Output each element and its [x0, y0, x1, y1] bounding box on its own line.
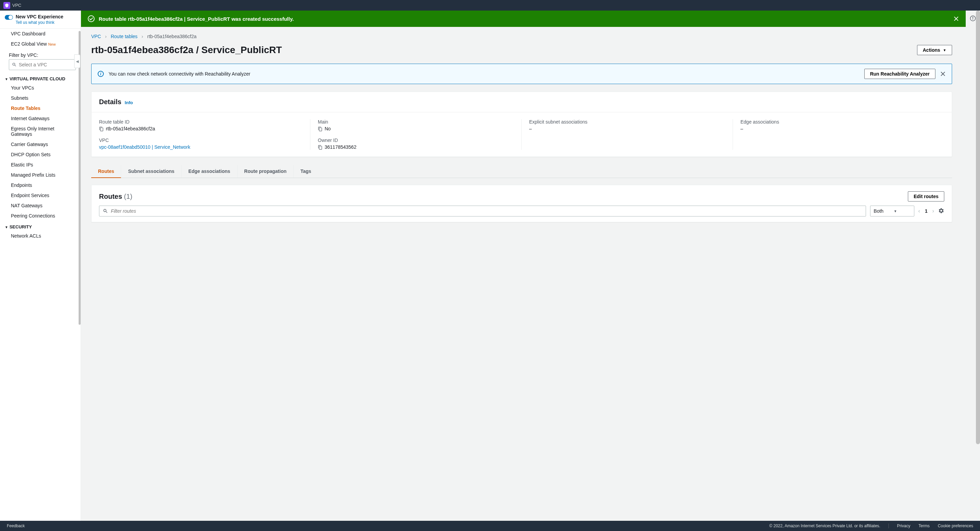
filter-label: Filter by VPC:	[0, 49, 81, 59]
tab-routes[interactable]: Routes	[91, 165, 121, 178]
route-table-id-label: Route table ID	[99, 119, 302, 124]
sidebar-item-internet-gateways[interactable]: Internet Gateways	[0, 113, 81, 124]
breadcrumb-route-tables[interactable]: Route tables	[111, 34, 137, 39]
new-experience-title: New VPC Experience	[16, 14, 63, 19]
tab-tags[interactable]: Tags	[294, 165, 318, 178]
sidebar-section-security[interactable]: ▼SECURITY	[0, 221, 81, 231]
owner-label: Owner ID	[318, 137, 514, 143]
vpc-link[interactable]: vpc-08aef1f0eabd50010 | Service_Network	[99, 144, 190, 150]
banner-close-button[interactable]	[953, 16, 959, 21]
copy-icon[interactable]	[318, 127, 323, 131]
sidebar-item-peering[interactable]: Peering Connections	[0, 211, 81, 221]
main-scrollbar[interactable]	[976, 11, 980, 521]
topbar: VPC	[0, 0, 980, 11]
pagination: ‹ 1 ›	[918, 208, 934, 214]
banner-message: Route table rtb-05a1f4ebea386cf2a | Serv…	[99, 16, 950, 22]
explicit-value: –	[529, 126, 532, 131]
main-value: No	[325, 126, 331, 131]
chevron-right-icon: ›	[142, 34, 143, 39]
terms-link[interactable]: Terms	[918, 523, 930, 528]
feedback-link[interactable]: Tell us what you think	[16, 20, 54, 25]
search-icon	[103, 208, 108, 214]
sidebar-item-egress-gateways[interactable]: Egress Only Internet Gateways	[0, 124, 81, 139]
routes-filter-select[interactable]: Both ▼	[870, 206, 914, 217]
new-experience-box: New VPC Experience Tell us what you thin…	[0, 11, 81, 29]
main-content: Route table rtb-05a1f4ebea386cf2a | Serv…	[81, 11, 980, 521]
caret-down-icon: ▼	[894, 209, 897, 213]
search-icon	[12, 62, 17, 67]
edit-routes-button[interactable]: Edit routes	[908, 191, 944, 201]
reachability-alert: i You can now check network connectivity…	[91, 64, 952, 84]
settings-button[interactable]	[938, 207, 944, 215]
chevron-right-icon: ›	[105, 34, 107, 39]
routes-filter-input[interactable]	[111, 208, 862, 214]
run-reachability-button[interactable]: Run Reachability Analyzer	[864, 69, 935, 79]
tabs: Routes Subnet associations Edge associat…	[91, 165, 952, 178]
breadcrumb-vpc[interactable]: VPC	[91, 34, 101, 39]
copyright: © 2022, Amazon Internet Services Private…	[769, 523, 880, 528]
routes-filter-box[interactable]	[99, 206, 866, 217]
caret-down-icon: ▼	[5, 225, 8, 229]
breadcrumb-current: rtb-05a1f4ebea386cf2a	[147, 34, 197, 39]
divider	[888, 523, 889, 528]
caret-down-icon: ▼	[5, 77, 8, 81]
route-table-id-value: rtb-05a1f4ebea386cf2a	[106, 126, 155, 131]
routes-title: Routes (1)	[99, 193, 132, 201]
vpc-filter-select[interactable]	[9, 59, 76, 70]
new-experience-toggle[interactable]	[5, 15, 13, 20]
explicit-label: Explicit subnet associations	[529, 119, 725, 124]
footer: Feedback © 2022, Amazon Internet Service…	[0, 521, 980, 531]
feedback-link[interactable]: Feedback	[7, 523, 25, 528]
sidebar-scrollbar[interactable]	[79, 31, 81, 521]
sidebar-section-vpc[interactable]: ▼VIRTUAL PRIVATE CLOUD	[0, 73, 81, 83]
copy-icon[interactable]	[99, 127, 104, 131]
service-name: VPC	[12, 3, 21, 8]
page-title: rtb-05a1f4ebea386cf2a / Service_PublicRT	[91, 45, 282, 56]
page-number: 1	[925, 208, 928, 214]
tab-edge-associations[interactable]: Edge associations	[182, 165, 237, 178]
sidebar-item-your-vpcs[interactable]: Your VPCs	[0, 83, 81, 93]
reachability-text: You can now check network connectivity w…	[108, 71, 859, 77]
privacy-link[interactable]: Privacy	[897, 523, 910, 528]
success-check-icon	[88, 15, 95, 22]
sidebar-item-global-view[interactable]: EC2 Global ViewNew	[0, 39, 81, 49]
alert-close-button[interactable]	[940, 71, 946, 77]
tab-route-propagation[interactable]: Route propagation	[237, 165, 294, 178]
prev-page-button[interactable]: ‹	[918, 208, 920, 214]
chevron-left-icon: ◀	[76, 59, 79, 64]
sidebar-item-endpoints[interactable]: Endpoints	[0, 180, 81, 190]
copy-icon[interactable]	[318, 145, 323, 150]
svg-point-2	[972, 17, 973, 18]
sidebar-item-carrier-gateways[interactable]: Carrier Gateways	[0, 139, 81, 150]
sidebar-item-nat-gateways[interactable]: NAT Gateways	[0, 201, 81, 211]
info-icon: i	[98, 71, 104, 77]
details-panel: Details Info Route table ID rtb-05a1f4eb…	[91, 92, 952, 157]
sidebar-item-dhcp[interactable]: DHCP Option Sets	[0, 150, 81, 159]
owner-value: 361178543562	[325, 144, 356, 150]
edge-label: Edge associations	[740, 119, 944, 124]
breadcrumb: VPC › Route tables › rtb-05a1f4ebea386cf…	[91, 34, 952, 39]
success-banner: Route table rtb-05a1f4ebea386cf2a | Serv…	[81, 11, 966, 27]
info-panel-toggle[interactable]	[970, 15, 976, 22]
sidebar-item-prefix-lists[interactable]: Managed Prefix Lists	[0, 170, 81, 180]
sidebar: New VPC Experience Tell us what you thin…	[0, 11, 81, 521]
sidebar-item-dashboard[interactable]: VPC Dashboard	[0, 29, 81, 39]
sidebar-item-network-acls[interactable]: Network ACLs	[0, 231, 81, 241]
details-info-link[interactable]: Info	[125, 100, 133, 105]
vpc-filter-input[interactable]	[19, 62, 73, 67]
sidebar-item-endpoint-services[interactable]: Endpoint Services	[0, 190, 81, 201]
sidebar-item-subnets[interactable]: Subnets	[0, 93, 81, 103]
routes-panel: Routes (1) Edit routes Both ▼ ‹	[91, 185, 952, 222]
vpc-service-icon	[3, 2, 10, 9]
main-label: Main	[318, 119, 514, 124]
sidebar-collapse-handle[interactable]: ◀	[74, 54, 80, 68]
vpc-label: VPC	[99, 137, 302, 143]
cookies-link[interactable]: Cookie preferences	[938, 523, 973, 528]
next-page-button[interactable]: ›	[932, 208, 934, 214]
sidebar-item-elastic-ips[interactable]: Elastic IPs	[0, 159, 81, 170]
sidebar-item-route-tables[interactable]: Route Tables	[0, 103, 81, 113]
actions-button[interactable]: Actions ▼	[917, 45, 952, 55]
gear-icon	[938, 207, 944, 214]
tab-subnet-associations[interactable]: Subnet associations	[121, 165, 181, 178]
caret-down-icon: ▼	[943, 48, 946, 52]
